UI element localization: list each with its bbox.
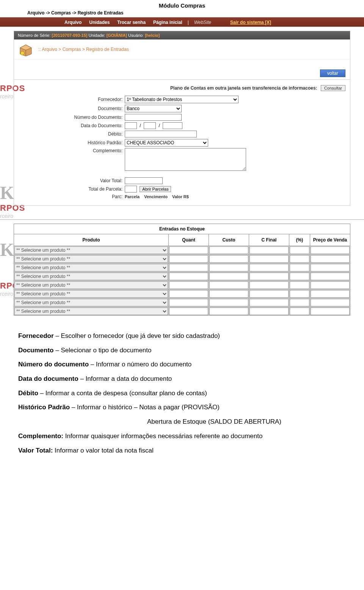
cfinal-input[interactable] [249,290,289,298]
voltar-button[interactable]: voltar [320,69,345,77]
fornecedor-select[interactable]: 1º Tabelionato de Protestos [125,96,238,103]
col-preco: Preço de Venda [310,234,350,246]
nav-logout[interactable]: Sair do sistema [X] [226,17,275,27]
custo-input[interactable] [209,290,248,298]
box-icon [18,43,34,56]
nav-pagina-inicial[interactable]: Página inicial [149,17,186,27]
serial-value: [20110707-093-15] [52,33,87,38]
complemento-textarea[interactable] [125,148,246,171]
col-pct: (%) [289,234,310,246]
fornecedor-label: Fornecedor: [19,97,125,102]
quant-input[interactable] [169,281,208,289]
preco-input[interactable] [311,255,350,263]
quant-input[interactable] [169,308,208,315]
inner-breadcrumb-text: :: Arquivo > Compras > Registro de Entra… [38,47,129,52]
produto-select[interactable]: ** Selecione um produto ** [14,246,168,254]
custo-input[interactable] [209,281,248,289]
produto-select[interactable]: ** Selecione um produto ** [14,273,168,280]
nav-divider: | [186,17,190,27]
preco-input[interactable] [311,273,350,280]
table-row: ** Selecione um produto ** [14,307,350,316]
preco-input[interactable] [311,299,350,306]
nav-website[interactable]: WebSite [190,17,215,27]
table-row: ** Selecione um produto ** [14,281,350,290]
nav-arquivo[interactable]: Arquivo [61,17,85,27]
quant-input[interactable] [169,290,208,298]
preco-input[interactable] [311,290,350,298]
custo-input[interactable] [209,308,248,315]
pct-input[interactable] [290,290,309,298]
produto-select[interactable]: ** Selecione um produto ** [14,299,168,306]
stock-table: Entradas no Estoque Produto Quant Custo … [14,224,350,316]
debito-input[interactable] [125,131,197,137]
pct-input[interactable] [290,308,309,315]
custo-input[interactable] [209,246,248,254]
col-custo: Custo [209,234,249,246]
quant-input[interactable] [169,273,208,280]
produto-select[interactable]: ** Selecione um produto ** [14,290,168,298]
data-month-input[interactable] [144,122,156,129]
preco-input[interactable] [311,281,350,289]
cfinal-input[interactable] [249,246,289,254]
custo-input[interactable] [209,264,248,271]
pct-input[interactable] [290,299,309,306]
pct-input[interactable] [290,273,309,280]
quant-input[interactable] [169,299,208,306]
col-quant: Quant [169,234,209,246]
produto-select[interactable]: ** Selecione um produto ** [14,308,168,315]
quant-input[interactable] [169,264,208,271]
preco-input[interactable] [311,246,350,254]
documento-select[interactable]: Banco [125,105,182,112]
numero-doc-input[interactable] [125,114,182,121]
parc-col-valor: Valor R$ [172,194,189,199]
numero-doc-label: Número do Documento: [19,115,125,120]
valor-total-input[interactable] [125,177,163,184]
nav-unidades[interactable]: Unidades [85,17,113,27]
inner-breadcrumb-row: :: Arquivo > Compras > Registro de Entra… [14,39,350,60]
main-panel: Número de Série: [20110707-093-15] Unida… [14,31,350,206]
preco-input[interactable] [311,264,350,271]
produto-select[interactable]: ** Selecione um produto ** [14,264,168,271]
data-day-input[interactable] [125,122,137,129]
produto-select[interactable]: ** Selecione um produto ** [14,281,168,289]
nav-trocar-senha[interactable]: Trocar senha [113,17,149,27]
col-produto: Produto [14,234,169,246]
cfinal-input[interactable] [249,273,289,280]
table-row: ** Selecione um produto ** [14,290,350,298]
cfinal-input[interactable] [249,255,289,263]
custo-input[interactable] [209,255,248,263]
custo-input[interactable] [209,273,248,280]
data-year-input[interactable] [163,122,182,129]
top-navbar: Arquivo Unidades Trocar senha Página ini… [0,17,364,27]
svg-point-3 [20,51,24,55]
pct-input[interactable] [290,255,309,263]
cfinal-input[interactable] [249,281,289,289]
cfinal-input[interactable] [249,308,289,315]
pct-input[interactable] [290,264,309,271]
quant-input[interactable] [169,246,208,254]
consultar-button[interactable]: Consultar [321,85,345,91]
quant-input[interactable] [169,255,208,263]
parc-label: Parc: [19,194,125,199]
total-parcela-input[interactable] [125,186,137,192]
custo-input[interactable] [209,299,248,306]
cfinal-input[interactable] [249,264,289,271]
debito-label: Débito: [19,131,125,137]
historico-select[interactable]: CHEQUE ASSOCIADO [125,139,208,147]
abrir-parcelas-button[interactable]: Abrir Parcelas [140,186,171,192]
historico-label: Histórico Padrão: [19,140,125,145]
preco-input[interactable] [311,308,350,315]
pct-input[interactable] [290,281,309,289]
table-row: ** Selecione um produto ** [14,298,350,307]
table-row: ** Selecione um produto ** [14,263,350,272]
documentation-text: Fornecedor – Escolher o fornecedor (que … [0,316,364,467]
cfinal-input[interactable] [249,299,289,306]
produto-select[interactable]: ** Selecione um produto ** [14,255,168,263]
documento-label: Documento: [19,106,125,111]
table-row: ** Selecione um produto ** [14,255,350,263]
plano-contas-row: Plano de Contas em outra janela sem tran… [14,80,350,95]
page-title: Módulo Compras [0,0,364,9]
col-cfinal: C Final [249,234,289,246]
pct-input[interactable] [290,246,309,254]
breadcrumb-top: Arquivo -> Compras -> Registro de Entrad… [0,9,364,17]
